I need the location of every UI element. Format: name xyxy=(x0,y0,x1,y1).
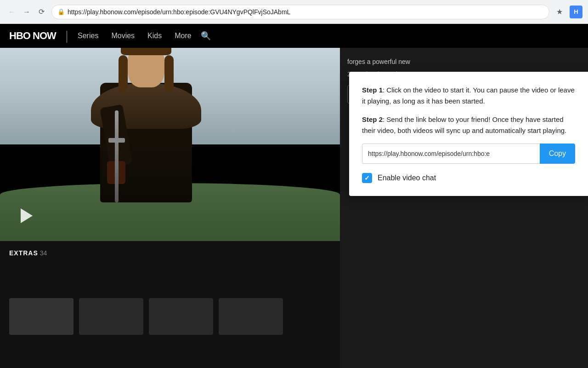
character-figure xyxy=(68,48,224,202)
nav-movies[interactable]: Movies xyxy=(111,32,135,40)
thumbnail-1[interactable] xyxy=(9,298,74,335)
lock-icon: 🔒 xyxy=(57,8,65,15)
extras-label: EXTRAS xyxy=(9,249,38,257)
play-button[interactable] xyxy=(14,204,37,227)
step2-label: Step 2 xyxy=(362,115,383,123)
url-input[interactable] xyxy=(362,144,540,164)
thumbnail-2[interactable] xyxy=(79,298,143,335)
video-chat-label: Enable video chat xyxy=(378,174,436,182)
extras-bar: EXTRAS 34 xyxy=(0,241,340,265)
checkmark-icon: ✓ xyxy=(364,174,370,182)
video-container[interactable] xyxy=(0,48,340,241)
video-chat-checkbox[interactable]: ✓ xyxy=(362,173,372,183)
copy-button[interactable]: Copy xyxy=(540,144,575,164)
url-text: https://play.hbonow.com/episode/urn:hbo:… xyxy=(68,8,543,16)
thumbnail-4[interactable] xyxy=(219,298,283,335)
main-nav: Series Movies Kids More xyxy=(78,32,192,40)
thumbnails-row xyxy=(0,265,340,368)
search-icon[interactable]: 🔍 xyxy=(201,31,211,41)
popup-panel: Step 1: Click on the video to start it. … xyxy=(349,72,588,196)
hbo-logo: HBO NOW xyxy=(9,30,56,42)
nav-buttons: ← → ⟳ xyxy=(6,6,48,18)
browser-chrome: ← → ⟳ 🔒 https://play.hbonow.com/episode/… xyxy=(0,0,588,24)
profile-button[interactable]: H xyxy=(570,6,582,18)
step1-label: Step 1 xyxy=(362,86,383,94)
sword-guard xyxy=(108,138,125,143)
main-content: EXTRAS 34 forges a powerful new 2011 | 1… xyxy=(0,48,588,368)
figure-hair xyxy=(121,48,171,55)
nav-series[interactable]: Series xyxy=(78,32,98,40)
thumbnail-3[interactable] xyxy=(149,298,213,335)
video-section: EXTRAS 34 xyxy=(0,48,340,368)
back-button[interactable]: ← xyxy=(6,6,18,18)
play-triangle-icon xyxy=(21,208,33,223)
address-bar[interactable]: 🔒 https://play.hbonow.com/episode/urn:hb… xyxy=(51,5,549,19)
figure-sword xyxy=(115,110,119,202)
header-divider: | xyxy=(65,29,68,43)
hbo-header: HBO NOW | Series Movies Kids More 🔍 xyxy=(0,24,340,48)
step1-text: Step 1: Click on the video to start it. … xyxy=(362,85,575,107)
extras-count: 34 xyxy=(40,249,47,257)
bookmark-button[interactable]: ★ xyxy=(553,6,566,18)
checkbox-row: ✓ Enable video chat xyxy=(362,173,575,183)
nav-kids[interactable]: Kids xyxy=(147,32,162,40)
step2-text: Step 2: Send the link below to your frie… xyxy=(362,114,575,136)
forward-button[interactable]: → xyxy=(20,6,33,18)
popup-arrow xyxy=(584,99,588,109)
nav-more[interactable]: More xyxy=(175,32,191,40)
reload-button[interactable]: ⟳ xyxy=(35,6,48,18)
hair-right xyxy=(164,55,174,92)
link-row: Copy xyxy=(362,144,575,164)
hair-left xyxy=(119,55,128,92)
sidebar-description: forges a powerful new xyxy=(347,57,581,67)
